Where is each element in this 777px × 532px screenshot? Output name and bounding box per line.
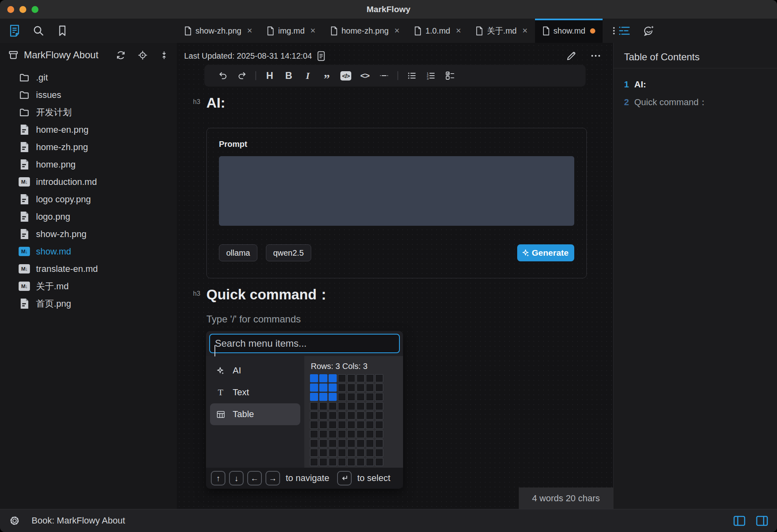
toolbar-heading-button[interactable]: H (260, 68, 279, 84)
grid-cell-10x2[interactable] (319, 458, 327, 466)
grid-cell-8x2[interactable] (319, 439, 327, 447)
grid-cell-3x8[interactable] (375, 393, 383, 401)
minimize-window-button[interactable] (19, 6, 26, 13)
tab-show-zh.png[interactable]: show-zh.png× (177, 19, 259, 43)
generate-button[interactable]: Generate (517, 244, 574, 261)
toolbar-italic-button[interactable]: I (298, 68, 317, 84)
chat-toggle-button[interactable] (643, 25, 655, 37)
settings-button[interactable] (9, 515, 20, 526)
grid-cell-6x4[interactable] (338, 421, 346, 429)
bookmark-button[interactable] (56, 24, 69, 37)
file-item-introduction.md[interactable]: M↓introduction.md (0, 173, 177, 191)
tab-home-zh.png[interactable]: home-zh.png× (323, 19, 407, 43)
grid-cell-6x8[interactable] (375, 421, 383, 429)
grid-cell-10x1[interactable] (310, 458, 318, 466)
grid-cell-10x3[interactable] (329, 458, 337, 466)
toggle-left-panel-button[interactable] (733, 515, 745, 526)
toolbar-inline-code-button[interactable]: <> (355, 68, 374, 84)
grid-cell-5x7[interactable] (366, 411, 374, 420)
table-size-grid[interactable] (310, 374, 397, 466)
file-item-issues[interactable]: issues (0, 86, 177, 104)
grid-cell-3x2[interactable] (319, 393, 327, 401)
grid-cell-4x6[interactable] (357, 402, 365, 410)
grid-cell-9x2[interactable] (319, 449, 327, 457)
close-window-button[interactable] (7, 6, 14, 13)
grid-cell-8x1[interactable] (310, 439, 318, 447)
toolbar-undo-button[interactable] (213, 68, 232, 84)
file-item-home.png[interactable]: home.png (0, 156, 177, 173)
grid-cell-10x8[interactable] (375, 458, 383, 466)
provider-select[interactable]: ollama (219, 244, 257, 261)
grid-cell-5x4[interactable] (338, 411, 346, 420)
grid-cell-6x6[interactable] (357, 421, 365, 429)
grid-cell-5x3[interactable] (329, 411, 337, 420)
grid-cell-2x8[interactable] (375, 384, 383, 392)
editor-more-button[interactable] (590, 51, 601, 61)
toolbar-redo-button[interactable] (232, 68, 251, 84)
grid-cell-7x7[interactable] (366, 430, 374, 438)
grid-cell-9x1[interactable] (310, 449, 318, 457)
grid-cell-2x2[interactable] (319, 384, 327, 392)
file-item-开发计划[interactable]: 开发计划 (0, 104, 177, 121)
toolbar-horizontal-rule-button[interactable] (374, 68, 393, 84)
model-select[interactable]: qwen2.5 (266, 244, 311, 261)
grid-cell-3x5[interactable] (347, 393, 355, 401)
collapse-all-button[interactable] (159, 50, 169, 60)
grid-cell-1x3[interactable] (329, 374, 337, 382)
grid-cell-5x6[interactable] (357, 411, 365, 420)
file-item-translate-en.md[interactable]: M↓translate-en.md (0, 260, 177, 278)
tab-关于.md[interactable]: 关于.md× (468, 19, 535, 43)
file-item-关于.md[interactable]: M↓关于.md (0, 278, 177, 295)
zoom-window-button[interactable] (32, 6, 38, 13)
file-item-logo copy.png[interactable]: logo copy.png (0, 191, 177, 208)
prompt-textarea[interactable] (219, 156, 574, 226)
close-tab-icon[interactable]: × (247, 26, 252, 35)
grid-cell-4x2[interactable] (319, 402, 327, 410)
grid-cell-9x4[interactable] (338, 449, 346, 457)
menu-item-text[interactable]: TText (210, 382, 300, 403)
toc-item-2[interactable]: 2Quick command： (624, 93, 766, 111)
grid-cell-7x6[interactable] (357, 430, 365, 438)
file-item-show.md[interactable]: M↓show.md (0, 243, 177, 260)
close-tab-icon[interactable]: × (456, 26, 461, 35)
tab-img.md[interactable]: img.md× (259, 19, 323, 43)
file-item-.git[interactable]: .git (0, 69, 177, 86)
toolbar-bold-button[interactable]: B (279, 68, 298, 84)
grid-cell-3x6[interactable] (357, 393, 365, 401)
grid-cell-3x1[interactable] (310, 393, 318, 401)
grid-cell-6x3[interactable] (329, 421, 337, 429)
edit-mode-button[interactable] (566, 51, 577, 61)
grid-cell-4x7[interactable] (366, 402, 374, 410)
grid-cell-10x5[interactable] (347, 458, 355, 466)
explorer-button[interactable] (8, 24, 21, 37)
file-info-button[interactable] (317, 51, 325, 61)
grid-cell-6x5[interactable] (347, 421, 355, 429)
file-item-home-zh.png[interactable]: home-zh.png (0, 138, 177, 156)
grid-cell-8x3[interactable] (329, 439, 337, 447)
close-tab-icon[interactable]: × (522, 26, 528, 35)
grid-cell-5x8[interactable] (375, 411, 383, 420)
grid-cell-7x5[interactable] (347, 430, 355, 438)
grid-cell-7x2[interactable] (319, 430, 327, 438)
grid-cell-1x8[interactable] (375, 374, 383, 382)
grid-cell-1x2[interactable] (319, 374, 327, 382)
tab-show.md[interactable]: show.md (535, 19, 603, 43)
toc-item-1[interactable]: 1AI: (624, 76, 766, 93)
locate-file-button[interactable] (138, 50, 148, 60)
grid-cell-8x6[interactable] (357, 439, 365, 447)
close-tab-icon[interactable]: × (394, 26, 399, 35)
grid-cell-9x3[interactable] (329, 449, 337, 457)
grid-cell-6x2[interactable] (319, 421, 327, 429)
toolbar-task-list-button[interactable] (440, 68, 459, 84)
grid-cell-9x5[interactable] (347, 449, 355, 457)
grid-cell-2x6[interactable] (357, 384, 365, 392)
toc-toggle-button[interactable] (618, 25, 631, 36)
grid-cell-1x4[interactable] (338, 374, 346, 382)
grid-cell-1x5[interactable] (347, 374, 355, 382)
grid-cell-4x1[interactable] (310, 402, 318, 410)
grid-cell-4x5[interactable] (347, 402, 355, 410)
close-tab-icon[interactable]: × (310, 26, 316, 35)
grid-cell-3x7[interactable] (366, 393, 374, 401)
grid-cell-9x6[interactable] (357, 449, 365, 457)
grid-cell-1x6[interactable] (357, 374, 365, 382)
